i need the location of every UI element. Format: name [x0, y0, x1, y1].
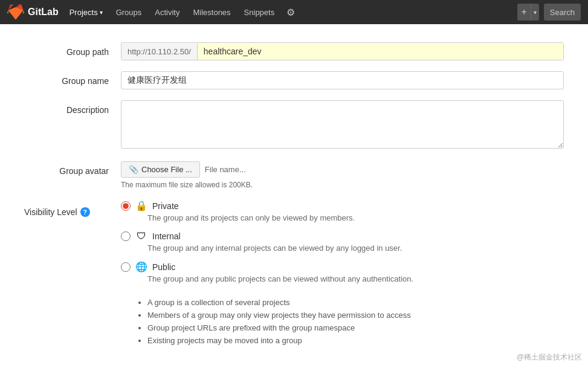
avatar-control: 📎 Choose File ... File name... The maxim… [121, 161, 564, 189]
file-name-text: File name... [205, 165, 246, 174]
info-item-4: Existing projects may be moved into a gr… [147, 336, 564, 345]
description-label: Description [24, 100, 121, 115]
visibility-public-title: Public [152, 262, 175, 272]
group-name-control [121, 71, 564, 89]
chevron-down-icon: ▾ [100, 9, 103, 16]
watermark: @稀土掘金技术社区 [517, 352, 582, 363]
visibility-help-icon[interactable]: ? [80, 207, 90, 217]
visibility-private-header: 🔒 Private [121, 200, 564, 211]
nav-milestones[interactable]: Milestones [187, 4, 236, 21]
visibility-option-public: 🌐 Public The group and any public projec… [121, 261, 564, 283]
info-item-1: A group is a collection of several proje… [147, 298, 564, 307]
visibility-label-row: Visibility Level ? [24, 205, 109, 217]
visibility-internal-title: Internal [152, 231, 181, 241]
group-name-row: Group name [24, 71, 564, 89]
info-list: A group is a collection of several proje… [147, 298, 564, 345]
avatar-label: Group avatar [24, 161, 121, 176]
description-input[interactable] [121, 100, 564, 149]
visibility-row: Visibility Level ? 🔒 Private The group a… [24, 200, 564, 349]
info-item-2: Members of a group may only view project… [147, 311, 564, 320]
avatar-row: Group avatar 📎 Choose File ... File name… [24, 161, 564, 189]
group-path-control: http://10.110.2.50/ [121, 42, 564, 60]
brand[interactable]: GitLab [7, 4, 59, 21]
group-name-label: Group name [24, 71, 121, 86]
nav-items: Projects ▾ Groups Activity Milestones Sn… [63, 4, 518, 21]
navbar: GitLab Projects ▾ Groups Activity Milest… [0, 0, 588, 24]
group-path-inputs: http://10.110.2.50/ [121, 42, 564, 60]
visibility-private-radio[interactable] [121, 201, 131, 211]
new-item-button[interactable]: + [517, 4, 530, 21]
brand-name: GitLab [28, 7, 59, 18]
visibility-public-desc: The group and any public projects can be… [147, 274, 564, 283]
visibility-option-private: 🔒 Private The group and its projects can… [121, 200, 564, 222]
nav-groups[interactable]: Groups [110, 4, 148, 21]
visibility-internal-desc: The group and any internal projects can … [147, 244, 564, 253]
visibility-label-text: Visibility Level [24, 207, 77, 217]
visibility-internal-radio[interactable] [121, 231, 131, 241]
group-path-prefix: http://10.110.2.50/ [121, 44, 198, 60]
globe-icon: 🌐 [135, 261, 147, 273]
group-path-input[interactable] [198, 43, 563, 60]
description-control [121, 100, 564, 150]
visibility-internal-header: 🛡 Internal [121, 231, 564, 242]
choose-file-button[interactable]: 📎 Choose File ... [121, 161, 200, 178]
description-row: Description [24, 100, 564, 150]
file-upload-row: 📎 Choose File ... File name... [121, 161, 564, 178]
new-item-dropdown-button[interactable]: ▾ [531, 4, 539, 21]
lock-icon: 🔒 [135, 200, 147, 211]
shield-icon: 🛡 [135, 231, 147, 242]
group-path-row: Group path http://10.110.2.50/ [24, 42, 564, 60]
gitlab-logo-icon [7, 4, 24, 21]
file-size-hint: The maximum file size allowed is 200KB. [121, 181, 564, 189]
paperclip-icon: 📎 [129, 165, 138, 174]
visibility-private-desc: The group and its projects can only be v… [147, 213, 564, 222]
nav-right: + ▾ Search [517, 4, 581, 21]
visibility-label-wrap: Visibility Level ? [24, 200, 121, 217]
group-name-input[interactable] [121, 71, 564, 89]
nav-snippets[interactable]: Snippets [238, 4, 281, 21]
visibility-private-title: Private [152, 201, 179, 211]
wrench-icon[interactable]: ⚙ [282, 4, 300, 21]
nav-projects[interactable]: Projects ▾ [63, 4, 109, 21]
info-item-3: Group project URLs are prefixed with the… [147, 323, 564, 332]
plus-group: + ▾ [517, 4, 538, 21]
nav-activity[interactable]: Activity [149, 4, 186, 21]
visibility-options: 🔒 Private The group and its projects can… [121, 200, 564, 283]
visibility-control: 🔒 Private The group and its projects can… [121, 200, 564, 349]
visibility-public-header: 🌐 Public [121, 261, 564, 273]
search-button[interactable]: Search [544, 4, 581, 21]
visibility-option-internal: 🛡 Internal The group and any internal pr… [121, 231, 564, 253]
group-path-label: Group path [24, 42, 121, 57]
visibility-public-radio[interactable] [121, 262, 131, 272]
page-content: Group path http://10.110.2.50/ Group nam… [0, 24, 588, 371]
